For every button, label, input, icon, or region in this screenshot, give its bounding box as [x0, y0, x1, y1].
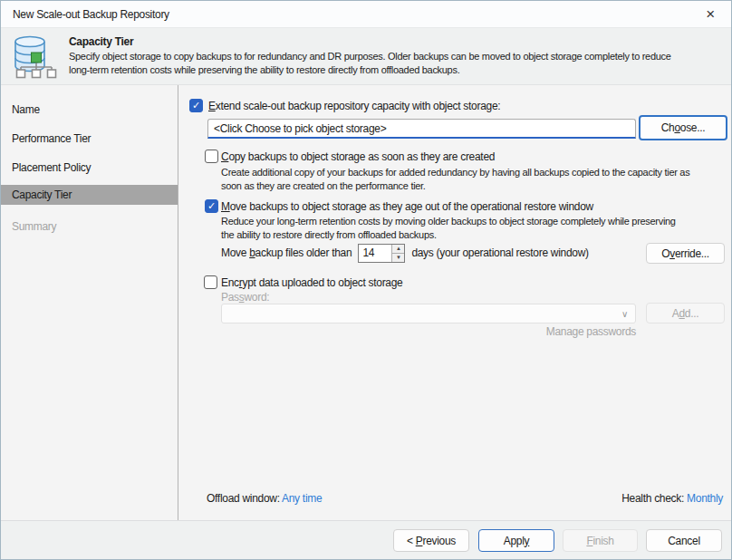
wizard-dialog: New Scale-out Backup Repository × Capaci… [0, 0, 732, 560]
health-check-row: Health check: Monthly [621, 492, 723, 505]
step-description: Specify object storage to copy backups t… [69, 50, 671, 77]
password-label: Password: [221, 291, 269, 304]
sidebar-item-capacity-tier[interactable]: Capacity Tier [1, 185, 178, 205]
step-content: ✓ Extend scale-out backup repository cap… [178, 85, 731, 520]
apply-button[interactable]: Apply [478, 529, 554, 552]
move-backups-label[interactable]: Move backups to object storage as they a… [221, 200, 593, 213]
copy-backups-description: Create additional copy of your backups f… [221, 166, 689, 193]
wizard-steps-sidebar: Name Performance Tier Placement Policy C… [1, 85, 178, 520]
encrypt-data-checkbox[interactable] [204, 275, 217, 289]
move-days-suffix: days (your operational restore window) [411, 246, 588, 259]
chevron-down-icon: ∨ [621, 309, 628, 319]
copy-backups-checkbox[interactable] [205, 150, 218, 163]
offload-window-link[interactable]: Any time [282, 492, 322, 505]
spinner-down-icon[interactable]: ▼ [392, 254, 404, 262]
move-days-row: Move backup files older than 14 ▲ ▼ days… [221, 243, 589, 263]
copy-backups-label[interactable]: Copy backups to object storage as soon a… [221, 150, 495, 163]
wizard-header: Capacity Tier Specify object storage to … [1, 28, 731, 85]
days-value[interactable]: 14 [359, 245, 391, 262]
check-icon: ✓ [192, 101, 200, 111]
move-backups-description: Reduce your long-term retention costs by… [221, 215, 676, 242]
days-spinner[interactable]: 14 ▲ ▼ [358, 244, 405, 263]
encrypt-data-label[interactable]: Encrypt data uploaded to object storage [221, 276, 402, 289]
sidebar-item-name[interactable]: Name [1, 100, 178, 120]
step-description-line: Specify object storage to copy backups t… [69, 50, 671, 63]
health-check-link[interactable]: Monthly [687, 492, 723, 505]
cancel-button[interactable]: Cancel [646, 529, 722, 552]
extend-capacity-checkbox[interactable]: ✓ [189, 99, 203, 112]
scale-out-repository-icon [12, 33, 57, 80]
object-storage-field[interactable] [207, 119, 636, 139]
window-title: New Scale-out Backup Repository [13, 1, 169, 28]
choose-button[interactable]: Choose... [639, 115, 727, 140]
password-combobox: ∨ [221, 304, 636, 323]
offload-window-label: Offload window: [207, 492, 280, 505]
move-days-label: Move backup files older than [221, 246, 352, 259]
wizard-footer: < Previous Apply Finish Cancel [1, 520, 731, 559]
manage-passwords-link: Manage passwords [221, 325, 636, 338]
add-password-button: Add... [646, 303, 725, 323]
check-icon: ✓ [207, 201, 216, 211]
close-icon[interactable]: × [698, 4, 722, 25]
health-check-label: Health check: [621, 492, 684, 505]
extend-capacity-label[interactable]: Extend scale-out backup repository capac… [208, 100, 500, 112]
offload-window-row: Offload window: Any time [207, 492, 322, 505]
spinner-up-icon[interactable]: ▲ [392, 245, 404, 254]
title-bar: New Scale-out Backup Repository × [1, 1, 731, 28]
move-backups-checkbox[interactable]: ✓ [205, 199, 218, 213]
sidebar-item-placement-policy[interactable]: Placement Policy [1, 158, 178, 178]
step-title: Capacity Tier [69, 35, 133, 48]
override-button[interactable]: Override... [646, 243, 725, 264]
finish-button: Finish [563, 529, 638, 552]
previous-button[interactable]: < Previous [393, 529, 469, 552]
sidebar-item-performance-tier[interactable]: Performance Tier [1, 129, 178, 149]
sidebar-item-summary: Summary [1, 217, 178, 237]
step-description-line: long-term retention costs while preservi… [69, 63, 671, 77]
